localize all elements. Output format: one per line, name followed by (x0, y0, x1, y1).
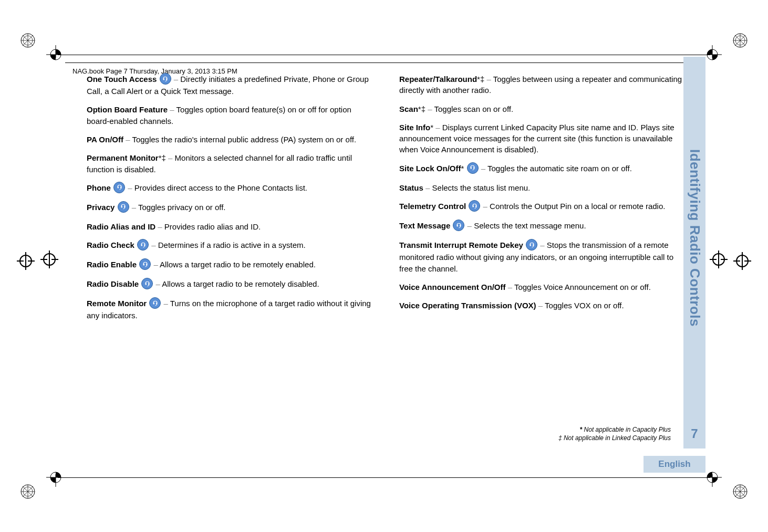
definition-entry: One Touch Access – Directly initiates a … (87, 74, 374, 97)
definition-entry: Transmit Interrupt Remote Dekey – Stops … (399, 239, 687, 274)
entry-dash: – (128, 183, 132, 192)
language-label: English (644, 456, 705, 473)
definition-entry: Site Info* – Displays current Linked Cap… (399, 122, 687, 155)
registration-mark (711, 252, 726, 267)
definition-entry: Telemetry Control – Controls the Output … (399, 201, 687, 213)
entry-desc: Allows a target radio to be remotely dis… (162, 279, 319, 288)
right-column: Repeater/Talkaround*‡ – Toggles between … (399, 74, 713, 485)
definition-entry: Site Lock On/Off* – Toggles the automati… (399, 163, 687, 175)
entry-dash: – (481, 164, 485, 173)
print-star-mark (20, 33, 36, 48)
definition-entry: Permanent Monitor*‡ – Monitors a selecte… (87, 152, 374, 175)
entry-title: Repeater/Talkaround (399, 75, 477, 84)
headset-icon (113, 182, 125, 193)
entry-desc: Controls the Output Pin on a local or re… (490, 202, 665, 211)
entry-title: Permanent Monitor (87, 153, 159, 162)
headset-icon (139, 258, 151, 270)
entry-title: Radio Check (87, 241, 134, 249)
definition-entry: Privacy – Toggles privacy on or off. (87, 202, 374, 214)
footnote-2: ‡ Not applicable in Linked Capacity Plus (558, 434, 671, 442)
entry-title: Voice Announcement On/Off (399, 283, 506, 291)
frame-line (58, 55, 710, 55)
definition-entry: Scan*‡ – Toggles scan on or off. (399, 103, 687, 114)
entry-desc: Selects the text message menu. (474, 221, 586, 230)
entry-desc: Selects the status list menu. (432, 183, 531, 192)
entry-dash: – (428, 105, 432, 113)
definition-entry: Repeater/Talkaround*‡ – Toggles between … (399, 74, 687, 96)
definition-entry: Radio Alias and ID – Provides radio alia… (87, 221, 374, 232)
entry-title: Text Message (399, 221, 450, 230)
entry-dash: – (538, 301, 543, 310)
footnote-star: * (580, 426, 583, 433)
entry-dash: – (153, 260, 158, 269)
entry-dash: – (435, 123, 440, 132)
entry-desc: Allows a target radio to be remotely ena… (160, 260, 316, 269)
headset-icon (141, 278, 153, 289)
entry-desc: Toggles the automatic site roam on or of… (487, 164, 632, 173)
entry-title: Voice Operating Transmission (VOX) (399, 301, 536, 310)
entry-desc: Determines if a radio is active in a sys… (158, 241, 306, 249)
footnote-1: Not applicable in Capacity Plus (584, 426, 671, 433)
headset-icon (137, 239, 149, 251)
definition-entry: Option Board Feature – Toggles option bo… (87, 104, 374, 127)
entry-dash: – (170, 105, 174, 114)
crop-mark (46, 468, 65, 487)
definition-entry: PA On/Off – Toggles the radio's internal… (87, 134, 374, 145)
entry-dash: – (508, 283, 512, 291)
entry-title: Remote Monitor (87, 299, 147, 308)
section-title: Identifying Radio Controls (687, 149, 703, 327)
entry-desc: Toggles VOX on or off. (545, 301, 624, 310)
entry-dash: – (151, 241, 155, 249)
entry-dash: – (468, 221, 472, 230)
page-number: 7 (683, 419, 705, 448)
left-column: One Touch Access – Directly initiates a … (87, 74, 374, 485)
definition-entry: Radio Check – Determines if a radio is a… (87, 239, 374, 252)
entry-title: Site Info (399, 123, 430, 132)
entry-dash: – (425, 183, 430, 192)
entry-desc: Toggles scan on or off. (434, 105, 513, 113)
entry-dash: – (168, 153, 172, 162)
definition-entry: Voice Operating Transmission (VOX) – Tog… (399, 300, 687, 311)
entry-dash: – (164, 299, 168, 308)
entry-title: Privacy (87, 203, 115, 212)
side-tab: Identifying Radio Controls (683, 57, 705, 419)
entry-dash: – (126, 135, 130, 144)
entry-desc: Provides direct access to the Phone Cont… (134, 183, 307, 192)
registration-mark (733, 252, 751, 270)
definition-entry: Remote Monitor – Turns on the microphone… (87, 298, 374, 321)
headset-icon (149, 297, 161, 309)
entry-desc: Toggles privacy on or off. (138, 203, 225, 212)
entry-dash: – (156, 279, 160, 288)
registration-mark (42, 252, 57, 267)
entry-title: Phone (87, 183, 111, 192)
definition-entry: Phone – Provides direct access to the Ph… (87, 182, 374, 194)
headset-icon (453, 220, 464, 231)
definition-entry: Status – Selects the status list menu. (399, 182, 687, 193)
page-content: One Touch Access – Directly initiates a … (87, 74, 713, 485)
entry-dash: – (483, 202, 487, 211)
entry-dash: – (158, 222, 162, 231)
entry-dash: – (132, 203, 136, 212)
definition-entry: Text Message – Selects the text message … (399, 220, 687, 232)
entry-title: Radio Enable (87, 260, 137, 269)
entry-dash: – (486, 75, 491, 84)
entry-desc: Displays current Linked Capacity Plus si… (399, 123, 674, 154)
header-rule (65, 62, 703, 63)
entry-title: Radio Disable (87, 279, 139, 288)
entry-title: Telemetry Control (399, 202, 466, 211)
definition-entry: Voice Announcement On/Off – Toggles Voic… (399, 281, 687, 293)
print-star-mark (732, 33, 748, 48)
entry-desc: Toggles the radio's internal public addr… (132, 135, 356, 144)
entry-title: PA On/Off (87, 135, 123, 144)
crop-mark (703, 45, 722, 64)
entry-dash: – (540, 241, 544, 249)
headset-icon (526, 239, 537, 251)
definition-entry: Radio Disable – Allows a target radio to… (87, 278, 374, 290)
footnotes: * Not applicable in Capacity Plus ‡ Not … (558, 425, 671, 442)
headset-icon (118, 201, 129, 213)
entry-title: One Touch Access (87, 75, 157, 84)
entry-title: Transmit Interrupt Remote Dekey (399, 241, 523, 249)
entry-title: Radio Alias and ID (87, 222, 155, 231)
print-star-mark (732, 484, 748, 499)
entry-title: Status (399, 183, 423, 192)
